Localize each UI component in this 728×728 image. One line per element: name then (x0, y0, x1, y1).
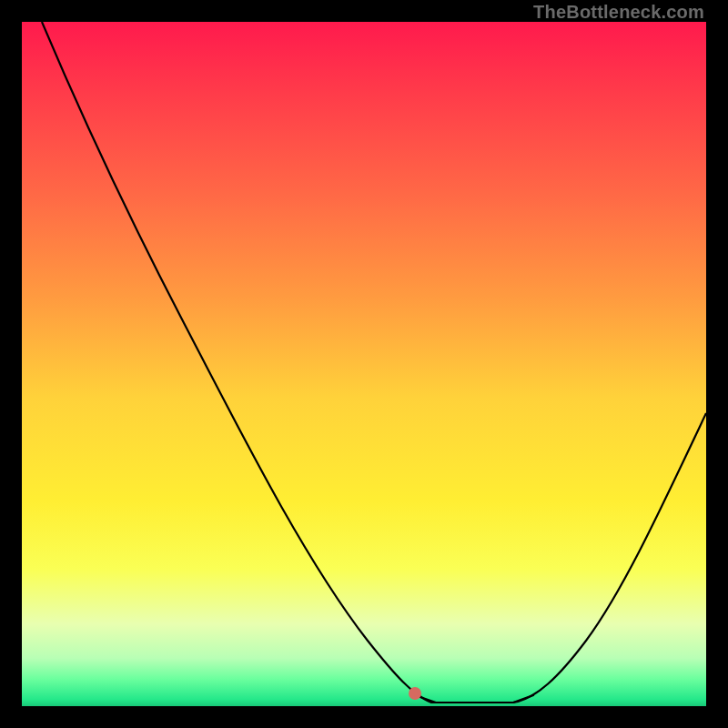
bottleneck-curve (42, 22, 706, 703)
optimal-range-marker (415, 695, 533, 703)
bottleneck-curve-svg (22, 22, 706, 706)
chart-frame: TheBottleneck.com (0, 0, 728, 728)
optimal-range-start-dot (409, 687, 421, 700)
plot-area (22, 22, 706, 706)
watermark-text: TheBottleneck.com (533, 2, 704, 23)
